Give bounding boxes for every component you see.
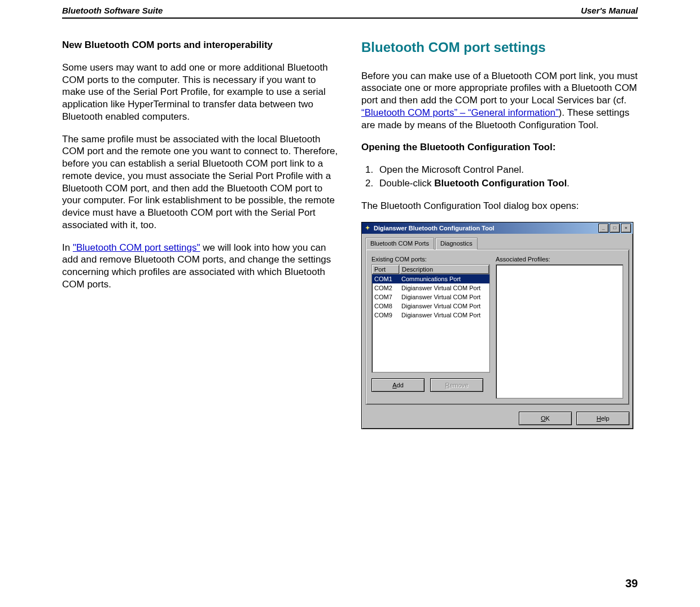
titlebar-buttons: _ □ ✕ [598, 224, 631, 233]
minimize-button[interactable]: _ [598, 224, 609, 233]
col-description[interactable]: Description [400, 265, 489, 274]
cell-port: COM2 [372, 283, 399, 292]
left-p3-prefix: In [62, 242, 73, 253]
cell-port: COM9 [372, 311, 399, 320]
titlebar[interactable]: ✦ Digianswer Bluetooth Configuration Too… [362, 222, 633, 234]
cell-desc: Digianswer Virtual COM Port [399, 302, 489, 311]
table-row[interactable]: COM7 Digianswer Virtual COM Port [372, 292, 489, 302]
tab-diagnostics[interactable]: Diagnostics [435, 238, 478, 249]
add-button[interactable]: Add [371, 378, 425, 392]
dialog-title: Digianswer Bluetooth Configuration Tool [374, 224, 495, 232]
ok-button[interactable]: OK [519, 412, 572, 425]
help-button[interactable]: Help [576, 412, 629, 425]
step-2-prefix: Double-click [379, 178, 434, 189]
dialog-body: Bluetooth COM Ports Diagnostics Existing… [362, 234, 633, 408]
step-2-suffix: . [567, 178, 570, 189]
table-row[interactable]: COM9 Digianswer Virtual COM Port [372, 311, 489, 320]
cell-desc: Digianswer Virtual COM Port [399, 311, 489, 320]
config-tool-dialog: ✦ Digianswer Bluetooth Configuration Too… [361, 222, 633, 429]
list-header: Port Description [372, 265, 489, 274]
content-columns: New Bluetooth COM ports and interoperabi… [62, 39, 638, 429]
table-row[interactable]: COM2 Digianswer Virtual COM Port [372, 283, 489, 292]
section-title: Bluetooth COM port settings [361, 39, 638, 56]
header-right: User's Manual [581, 6, 638, 15]
page: Bluetooth Software Suite User's Manual N… [0, 0, 700, 607]
associated-label: Associated Profiles: [496, 255, 623, 263]
header-left: Bluetooth Software Suite [62, 6, 163, 15]
right-column: Bluetooth COM port settings Before you c… [361, 39, 638, 429]
page-number: 39 [625, 577, 638, 590]
bluetooth-com-settings-link[interactable]: "Bluetooth COM port settings" [73, 242, 200, 253]
dialog-footer: OK Help [362, 408, 633, 429]
right-p1: Before you can make use of a Bluetooth C… [361, 70, 638, 132]
app-icon: ✦ [364, 224, 371, 232]
panel-right: Associated Profiles: [496, 255, 623, 399]
left-p1: Some users may want to add one or more a… [62, 62, 339, 123]
tabs: Bluetooth COM Ports Diagnostics [365, 238, 629, 249]
table-row[interactable]: COM8 Digianswer Virtual COM Port [372, 302, 489, 311]
step-2: Double-click Bluetooth Configuration Too… [376, 177, 638, 190]
cell-port: COM1 [372, 274, 399, 283]
maximize-button[interactable]: □ [610, 224, 620, 233]
left-p3: In "Bluetooth COM port settings" we will… [62, 242, 339, 291]
table-row[interactable]: COM1 Communications Port [372, 274, 489, 283]
close-button[interactable]: ✕ [621, 224, 631, 233]
left-subheading: New Bluetooth COM ports and interoperabi… [62, 39, 339, 51]
left-column: New Bluetooth COM ports and interoperabi… [62, 39, 339, 429]
cell-desc: Digianswer Virtual COM Port [399, 283, 489, 292]
step-1: Open the Microsoft Control Panel. [376, 164, 638, 176]
com-ports-listbox[interactable]: Port Description COM1 Communications Por… [371, 264, 490, 373]
remove-button: Remove [430, 378, 483, 392]
panel-row: Existing COM ports: Port Description COM… [371, 255, 623, 399]
panel-left: Existing COM ports: Port Description COM… [371, 255, 490, 399]
page-header: Bluetooth Software Suite User's Manual [62, 6, 638, 19]
cell-port: COM8 [372, 302, 399, 311]
general-info-link[interactable]: “Bluetooth COM ports” – “General informa… [361, 107, 559, 118]
cell-desc: Digianswer Virtual COM Port [399, 292, 489, 302]
existing-label: Existing COM ports: [371, 255, 490, 263]
cell-desc: Communications Port [399, 274, 489, 283]
step-2-bold: Bluetooth Configuration Tool [434, 178, 567, 189]
profiles-listbox[interactable] [496, 264, 623, 399]
cell-port: COM7 [372, 292, 399, 302]
steps-list: Open the Microsoft Control Panel. Double… [361, 164, 638, 190]
col-port[interactable]: Port [372, 265, 400, 274]
right-p2: The Bluetooth Configuration Tool dialog … [361, 200, 638, 212]
right-p1-prefix: Before you can make use of a Bluetooth C… [361, 71, 637, 106]
open-heading: Opening the Bluetooth Configuration Tool… [361, 141, 638, 154]
left-p2: The same profile must be associated with… [62, 133, 339, 232]
tab-panel: Existing COM ports: Port Description COM… [365, 249, 629, 405]
tab-com-ports[interactable]: Bluetooth COM Ports [365, 238, 434, 249]
left-button-row: Add Remove [371, 378, 490, 392]
